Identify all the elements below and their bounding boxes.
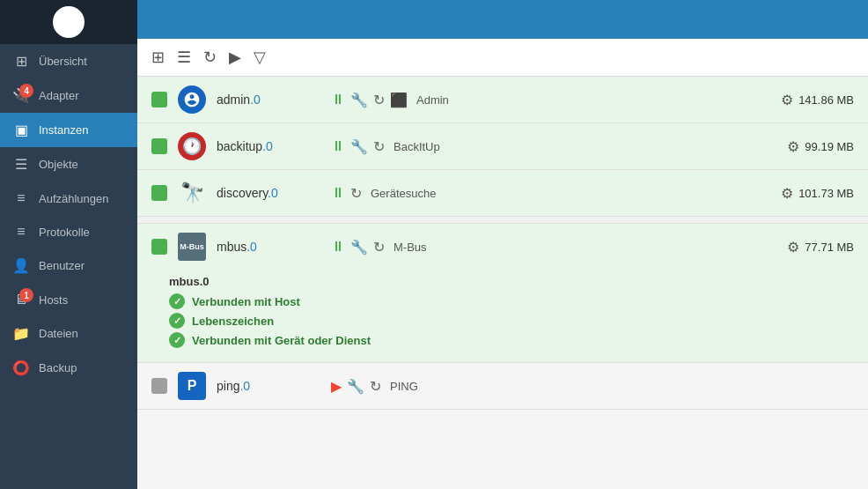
instance-row-ping.0: P ping.0 ▶🔧↻ PING [137, 363, 868, 410]
row-main-ping.0: P ping.0 ▶🔧↻ PING [151, 370, 854, 402]
pause-icon-discovery.0[interactable]: ⏸ [331, 185, 345, 201]
sidebar-item-protokolle[interactable]: ≡ Protokolle [0, 215, 137, 248]
sidebar-label-benutzer: Benutzer [39, 259, 85, 272]
wrench-icon-mbus.0[interactable]: 🔧 [350, 239, 368, 256]
arrow-icon-admin.0[interactable]: ⬛ [390, 92, 408, 108]
status-text: Lebenszeichen [192, 315, 274, 328]
wrench-icon-ping.0[interactable]: 🔧 [347, 378, 364, 395]
sidebar-label-adapter: Adapter [39, 89, 79, 102]
memory-value-backitup.0: 99.19 MB [805, 140, 854, 153]
expanded-title-mbus.0: mbus.0 [169, 275, 854, 288]
refresh-icon-discovery.0[interactable]: ↻ [350, 185, 362, 202]
table-view-icon[interactable]: ⊞ [151, 48, 165, 67]
top-bar [137, 0, 868, 39]
adapter-title-discovery.0: Gerätesuche [371, 187, 459, 200]
memory-backitup.0: ⚙ 99.19 MB [787, 138, 854, 155]
wrench-icon-admin.0[interactable]: 🔧 [350, 92, 368, 108]
sidebar-item-aufzaehlungen[interactable]: ≡ Aufzählungen [0, 182, 137, 215]
wrench-icon-backitup.0[interactable]: 🔧 [350, 138, 368, 155]
action-icons-ping.0: ▶🔧↻ [331, 378, 381, 395]
status-text: Verbunden mit Host [192, 295, 300, 308]
instance-name-discovery.0: discovery.0 [217, 186, 322, 200]
sidebar-icon-aufzaehlungen: ≡ [12, 190, 30, 206]
status-led-discovery.0 [151, 185, 167, 201]
action-icons-discovery.0: ⏸↻ [331, 185, 362, 202]
sidebar-label-objekte: Objekte [39, 158, 78, 171]
sidebar-icon-objekte: ☰ [12, 156, 30, 173]
sidebar-icon-benutzer: 👤 [12, 257, 30, 274]
status-text: Verbunden mit Gerät oder Dienst [192, 334, 371, 347]
adapter-title-ping.0: PING [390, 380, 478, 393]
memory-mbus.0: ⚙ 77.71 MB [787, 239, 854, 256]
check-icon: ✓ [169, 332, 185, 348]
sidebar-item-uebersicht[interactable]: ⊞ Übersicht [0, 44, 137, 78]
memory-discovery.0: ⚙ 101.73 MB [781, 185, 854, 202]
adapter-icon-container-discovery.0: 🔭 [176, 177, 208, 209]
adapter-icon-container-backitup.0: 🕐 [176, 130, 208, 162]
action-icons-backitup.0: ⏸🔧↻ [331, 138, 385, 155]
sidebar-icon-backup: ⭕ [12, 359, 30, 376]
adapter-icon-container-ping.0: P [176, 370, 208, 402]
sidebar-item-dateien[interactable]: 📁 Dateien [0, 316, 137, 351]
play-all-icon[interactable]: ▶ [229, 48, 241, 67]
sidebar-item-adapter[interactable]: 🔌 Adapter 4 [0, 78, 137, 113]
sidebar-item-benutzer[interactable]: 👤 Benutzer [0, 248, 137, 283]
sidebar-label-hosts: Hosts [39, 293, 68, 307]
separator [137, 217, 868, 224]
memory-icon-mbus.0: ⚙ [787, 239, 799, 256]
discovery-icon: 🔭 [180, 182, 204, 204]
sidebar-item-objekte[interactable]: ☰ Objekte [0, 147, 137, 182]
pause-icon-admin.0[interactable]: ⏸ [331, 92, 345, 107]
sidebar-label-instanzen: Instanzen [39, 123, 88, 137]
pause-icon-backitup.0[interactable]: ⏸ [331, 138, 345, 154]
sidebar-icon-uebersicht: ⊞ [12, 53, 30, 70]
instance-name-backitup.0: backitup.0 [217, 139, 322, 153]
instance-row-admin.0: admin.0 ⏸🔧↻⬛ Admin ⚙ 141.86 MB [137, 77, 868, 123]
memory-icon-backitup.0: ⚙ [787, 138, 799, 155]
row-main-discovery.0: 🔭 discovery.0 ⏸↻ Gerätesuche ⚙ 101.73 MB [151, 177, 854, 209]
list-view-icon[interactable]: ☰ [177, 48, 191, 67]
instances-list: admin.0 ⏸🔧↻⬛ Admin ⚙ 141.86 MB 🕐 backitu… [137, 77, 868, 489]
sidebar-item-instanzen[interactable]: ▣ Instanzen [0, 113, 137, 147]
backitup-icon: 🕐 [178, 132, 206, 160]
adapter-title-mbus.0: M-Bus [394, 241, 482, 254]
sidebar-label-backup: Backup [39, 361, 77, 374]
sidebar-label-uebersicht: Übersicht [39, 55, 87, 68]
expanded-details-mbus.0: mbus.0 ✓ Verbunden mit Host ✓ Lebenszeic… [151, 271, 854, 355]
memory-value-discovery.0: 101.73 MB [798, 187, 854, 200]
sidebar-item-hosts[interactable]: 🖥 Hosts 1 [0, 283, 137, 316]
refresh-icon-backitup.0[interactable]: ↻ [373, 138, 385, 155]
toolbar: ⊞ ☰ ↻ ▶ ▽ [137, 39, 868, 77]
adapter-title-admin.0: Admin [416, 93, 504, 107]
status-line: ✓ Verbunden mit Host [169, 293, 854, 309]
status-led-backitup.0 [151, 138, 167, 154]
refresh-icon-admin.0[interactable]: ↻ [373, 92, 385, 108]
sidebar: ⊞ Übersicht 🔌 Adapter 4 ▣ Instanzen ☰ Ob… [0, 0, 137, 489]
memory-icon-discovery.0: ⚙ [781, 185, 793, 202]
refresh-icon-mbus.0[interactable]: ↻ [373, 239, 385, 256]
ping-icon: P [178, 372, 206, 400]
refresh-icon[interactable]: ↻ [203, 48, 217, 67]
refresh-icon-ping.0[interactable]: ↻ [370, 378, 381, 395]
instance-num-admin.0: .0 [250, 93, 261, 107]
check-icon: ✓ [169, 293, 185, 309]
status-led-ping.0 [151, 378, 167, 394]
status-led-admin.0 [151, 92, 167, 107]
sidebar-label-aufzaehlungen: Aufzählungen [39, 192, 109, 205]
logo-icon [53, 6, 85, 38]
filter-icon[interactable]: ▽ [254, 48, 266, 67]
status-line: ✓ Verbunden mit Gerät oder Dienst [169, 332, 854, 348]
sidebar-item-backup[interactable]: ⭕ Backup [0, 351, 137, 385]
instance-name-ping.0: ping.0 [217, 379, 322, 393]
play-icon-ping.0[interactable]: ▶ [331, 378, 342, 395]
adapter-icon-container-mbus.0: M-Bus [176, 231, 208, 263]
memory-value-mbus.0: 77.71 MB [805, 241, 854, 254]
pause-icon-mbus.0[interactable]: ⏸ [331, 239, 345, 255]
sidebar-icon-protokolle: ≡ [12, 224, 30, 240]
sidebar-icon-instanzen: ▣ [12, 122, 30, 138]
memory-icon-admin.0: ⚙ [781, 92, 793, 108]
mbus-icon: M-Bus [178, 233, 206, 261]
adapter-icon-container-admin.0 [176, 84, 208, 115]
instance-num-mbus.0: .0 [246, 240, 257, 254]
status-led-mbus.0 [151, 239, 167, 255]
